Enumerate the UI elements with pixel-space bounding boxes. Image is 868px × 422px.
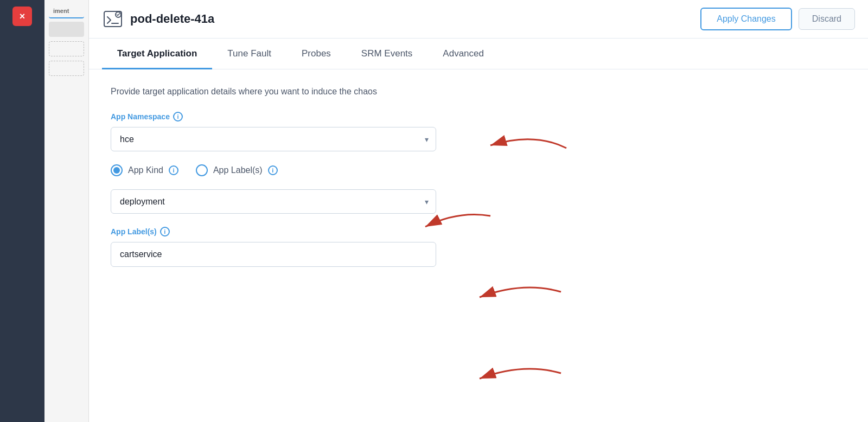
close-button[interactable]: ×: [12, 7, 32, 26]
header: pod-delete-41a Apply Changes Discard: [89, 0, 868, 39]
content-description: Provide target application details where…: [111, 87, 846, 97]
deployment-select[interactable]: deployment: [111, 189, 436, 214]
app-labels-radio-label: App Label(s): [213, 165, 263, 175]
tab-srm-events[interactable]: SRM Events: [346, 39, 427, 69]
tab-tune-fault[interactable]: Tune Fault: [212, 39, 286, 69]
tabs-container: Target Application Tune Fault Probes SRM…: [89, 39, 868, 69]
tab-target-application[interactable]: Target Application: [102, 39, 212, 69]
app-labels-radio-option[interactable]: App Label(s) i: [196, 164, 278, 176]
app-labels-section-info-icon[interactable]: i: [160, 227, 170, 236]
app-kind-radio-option[interactable]: App Kind i: [111, 164, 178, 176]
arrow-cartservice: [436, 351, 588, 406]
left-panel-active-tab[interactable]: iment: [49, 4, 84, 18]
tab-probes[interactable]: Probes: [286, 39, 346, 69]
content-area: Provide target application details where…: [89, 69, 868, 422]
app-labels-info-icon[interactable]: i: [268, 165, 278, 175]
app-namespace-select[interactable]: hce: [111, 127, 436, 151]
svg-rect-0: [104, 11, 122, 27]
app-labels-section-label: App Label(s) i: [111, 227, 846, 236]
close-icon: ×: [20, 11, 25, 22]
left-panel-skeleton-2: [49, 41, 84, 56]
left-panel-skeleton-1: [49, 22, 84, 37]
app-kind-radio-circle[interactable]: [111, 164, 123, 176]
sidebar: ×: [0, 0, 44, 422]
left-panel-skeleton-3: [49, 61, 84, 76]
arrow-deployment: [436, 270, 588, 324]
app-labels-input[interactable]: [111, 242, 436, 267]
app-labels-radio-circle[interactable]: [196, 164, 208, 176]
app-namespace-info-icon[interactable]: i: [173, 112, 183, 122]
app-kind-info-icon[interactable]: i: [169, 165, 178, 175]
radio-group: App Kind i App Label(s) i: [111, 164, 846, 176]
app-icon: [102, 8, 124, 30]
deployment-select-wrapper: deployment ▾: [111, 189, 436, 214]
app-namespace-select-wrapper: hce ▾: [111, 127, 436, 151]
main-content: pod-delete-41a Apply Changes Discard Tar…: [89, 0, 868, 422]
apply-changes-button[interactable]: Apply Changes: [700, 8, 792, 30]
tab-advanced[interactable]: Advanced: [427, 39, 499, 69]
discard-button[interactable]: Discard: [799, 8, 855, 30]
app-namespace-label: App Namespace i: [111, 112, 846, 122]
app-kind-radio-label: App Kind: [128, 165, 163, 175]
page-title: pod-delete-41a: [130, 12, 700, 26]
left-panel: iment: [44, 0, 89, 422]
